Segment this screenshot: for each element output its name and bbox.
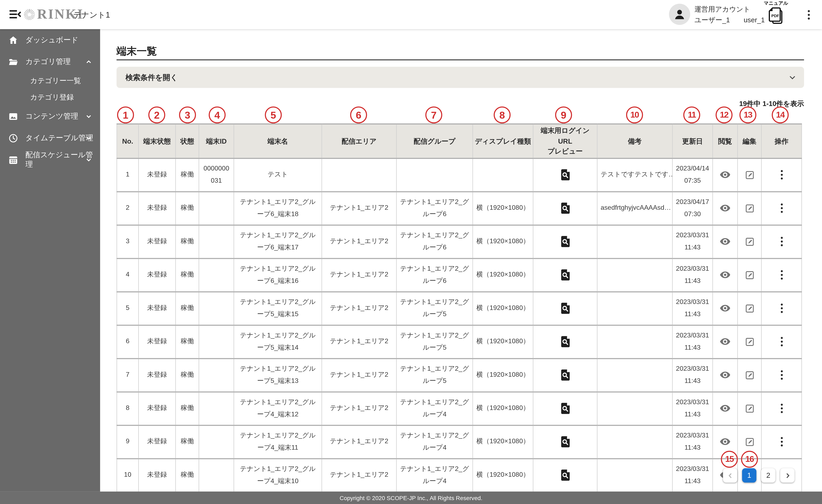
- edit-button[interactable]: [745, 303, 755, 314]
- view-button[interactable]: [719, 336, 731, 347]
- annotation-1: 1: [117, 106, 134, 123]
- row-kebab-menu[interactable]: [777, 403, 786, 414]
- document-search-icon: [559, 235, 571, 248]
- sidebar-item-contents[interactable]: コンテンツ管理: [0, 105, 100, 127]
- sidebar-item-dashboard[interactable]: ダッシュボード: [0, 29, 100, 51]
- document-search-icon: [559, 302, 571, 315]
- sidebar-item-schedule[interactable]: 配信スケジュール管理: [0, 149, 100, 170]
- document-search-icon: [559, 369, 571, 382]
- cell-device-status: 未登録: [138, 292, 175, 325]
- sidebar-item-category[interactable]: カテゴリ管理: [0, 51, 100, 72]
- col-login-url-preview: 端末用ログインURL プレビュー: [533, 124, 597, 158]
- edit-button[interactable]: [745, 337, 755, 347]
- pagination-page-1[interactable]: 1: [742, 468, 756, 483]
- row-kebab-menu[interactable]: [777, 202, 786, 214]
- cell-display-type: 横（1920×1080）: [473, 358, 533, 392]
- view-button[interactable]: [719, 403, 731, 414]
- row-kebab-menu[interactable]: [777, 236, 786, 247]
- cell-display-type: 横（1920×1080）: [473, 459, 533, 492]
- cell-edit: [738, 325, 761, 358]
- view-button[interactable]: [719, 202, 731, 214]
- manual-pdf-button[interactable]: マニュアル PDF: [763, 1, 789, 28]
- annotation-2: 2: [148, 106, 165, 123]
- cell-display-type: 横（1920×1080）: [473, 325, 533, 358]
- row-kebab-menu[interactable]: [777, 436, 786, 448]
- pagination-page-2[interactable]: 2: [761, 468, 775, 483]
- cell-delivery-group: テナント1_エリア2_グループ4: [397, 459, 473, 492]
- annotation-15: 15: [721, 451, 738, 468]
- login-url-preview-button[interactable]: [559, 168, 571, 181]
- cell-delivery-group: テナント1_エリア2_グループ5: [397, 292, 473, 325]
- col-status: 状態: [175, 124, 199, 158]
- annotation-6: 6: [350, 106, 367, 123]
- edit-button[interactable]: [745, 236, 755, 247]
- cell-status: 稼働: [175, 158, 199, 191]
- edit-button[interactable]: [745, 403, 755, 414]
- cell-display-type: 横（1920×1080）: [473, 425, 533, 458]
- cell-remarks: テストですテストです…: [597, 158, 673, 191]
- login-url-preview-button[interactable]: [559, 235, 571, 248]
- cell-no: 1: [117, 158, 138, 191]
- edit-square-icon: [745, 403, 755, 414]
- cell-terminal-name: テナント1_エリア2_グループ6_端末17: [234, 225, 322, 258]
- login-url-preview-button[interactable]: [559, 402, 571, 415]
- cell-no: 2: [117, 191, 138, 225]
- view-button[interactable]: [719, 369, 731, 381]
- view-button[interactable]: [719, 303, 731, 314]
- cell-remarks: [597, 358, 673, 392]
- cell-updated: 2023/03/31 11:43: [673, 392, 713, 425]
- annotation-14: 14: [772, 106, 789, 123]
- table-header-row: No. 端末状態 状態 端末ID 端末名 配信エリア 配信グループ ディスプレイ…: [117, 124, 802, 158]
- cell-terminal-name: テナント1_エリア2_グループ6_端末16: [234, 258, 322, 292]
- pagination-prev-button[interactable]: [723, 468, 737, 483]
- annotation-4: 4: [209, 106, 226, 123]
- menu-open-icon[interactable]: [8, 7, 22, 21]
- edit-button[interactable]: [745, 370, 755, 380]
- clock-icon: [8, 133, 18, 143]
- cell-display-type: 横（1920×1080）: [473, 392, 533, 425]
- col-terminal-id: 端末ID: [199, 124, 234, 158]
- cell-delivery-group: テナント1_エリア2_グループ4: [397, 425, 473, 458]
- cell-view: [713, 158, 738, 191]
- cell-login-url-preview: [533, 258, 597, 292]
- title-divider: [116, 59, 804, 60]
- eye-icon: [719, 269, 731, 281]
- account-name: ユーザー_1: [694, 15, 730, 26]
- pagination-next-button[interactable]: [780, 468, 795, 483]
- login-url-preview-button[interactable]: [559, 302, 571, 315]
- edit-button[interactable]: [745, 437, 755, 447]
- kebab-icon: [777, 269, 786, 281]
- edit-button[interactable]: [745, 170, 755, 180]
- sidebar-item-category-register[interactable]: カテゴリ登録: [0, 89, 100, 105]
- login-url-preview-button[interactable]: [559, 435, 571, 448]
- edit-button[interactable]: [745, 203, 755, 213]
- table-row: 6 未登録 稼働 テナント1_エリア2_グループ5_端末14 テナント1_エリア…: [117, 325, 802, 358]
- view-button[interactable]: [719, 236, 731, 247]
- login-url-preview-button[interactable]: [559, 269, 571, 282]
- view-button[interactable]: [719, 169, 731, 180]
- pdf-icon: PDF: [767, 6, 785, 26]
- row-kebab-menu[interactable]: [777, 303, 786, 314]
- search-conditions-toggle[interactable]: 検索条件を開く: [116, 67, 804, 88]
- cell-edit: [738, 292, 761, 325]
- view-button[interactable]: [719, 269, 731, 281]
- avatar[interactable]: [669, 4, 690, 25]
- sidebar-item-timetable[interactable]: タイムテーブル管理: [0, 127, 100, 149]
- login-url-preview-button[interactable]: [559, 469, 571, 482]
- login-url-preview-button[interactable]: [559, 335, 571, 348]
- header-kebab-menu-icon[interactable]: [804, 8, 814, 21]
- row-kebab-menu[interactable]: [777, 169, 786, 180]
- row-kebab-menu[interactable]: [777, 269, 786, 281]
- account-id: user_1: [744, 15, 765, 26]
- cell-display-type: [473, 158, 533, 191]
- cell-display-type: 横（1920×1080）: [473, 292, 533, 325]
- cell-delivery-area: テナント1_エリア2: [322, 225, 396, 258]
- row-kebab-menu[interactable]: [777, 336, 786, 347]
- edit-button[interactable]: [745, 270, 755, 280]
- cell-updated: 2023/03/31 11:43: [673, 225, 713, 258]
- login-url-preview-button[interactable]: [559, 202, 571, 215]
- row-kebab-menu[interactable]: [777, 369, 786, 381]
- sidebar-item-category-list[interactable]: カテゴリー一覧: [0, 72, 100, 89]
- view-button[interactable]: [719, 436, 731, 448]
- login-url-preview-button[interactable]: [559, 369, 571, 382]
